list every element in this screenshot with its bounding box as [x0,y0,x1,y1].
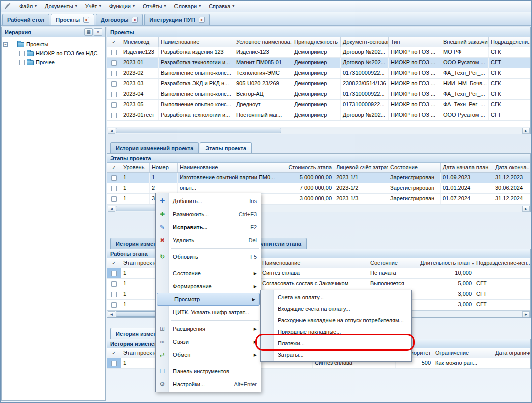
table-cell[interactable] [474,268,531,278]
scroll-right-icon[interactable]: ► [522,311,530,317]
table-cell[interactable]: 10,000 [418,268,474,278]
row-checkbox[interactable] [111,196,117,202]
menubar-item-2[interactable]: Учёт▾ [81,2,105,11]
table-cell[interactable]: Демопример [292,47,341,57]
table-cell[interactable]: Выполнение опытно-конс... [159,68,234,78]
table-cell[interactable]: 5,000 [418,279,474,289]
row-select-cell[interactable] [107,89,121,99]
context-menu-item-3[interactable]: ✖УдалитьDel [156,234,261,247]
table-cell[interactable]: Магнит ПМ085-01 [234,58,292,68]
table-cell[interactable] [493,358,531,368]
workspace-tab-1[interactable]: Проектыx [51,14,94,25]
table-cell[interactable]: 2023-04 [121,89,159,99]
row-select-cell[interactable] [107,47,121,57]
row-select-cell[interactable] [107,79,121,89]
scroll-right-icon[interactable]: ► [522,128,530,134]
table-cell[interactable]: 2023-1/1 [334,173,388,183]
table-cell[interactable]: 31.12.2024 [493,194,531,204]
table-cell[interactable]: НИОКР по ГОЗ ... [389,100,441,110]
table-cell[interactable]: Договор №202... [341,110,389,120]
table-cell[interactable]: СГТ [474,279,531,289]
table-cell[interactable]: 31.12.2023 [493,173,531,183]
column-header[interactable]: Тип [389,37,441,47]
workspace-tab-2[interactable]: Договорыx [96,14,143,25]
table-row[interactable]: 2023-01Разработка технологии и...Магнит … [107,58,530,68]
column-header[interactable]: Ограничение [433,348,493,358]
column-header[interactable]: Дата ограниче... [493,348,531,358]
table-cell[interactable]: 2023-1/2 [334,183,388,193]
table-cell[interactable]: 1 [121,183,150,193]
column-header[interactable]: Наименование [260,258,368,268]
menubar-item-5[interactable]: Словари▾ [170,2,205,11]
table-cell[interactable]: Как можно ран... [433,358,493,368]
table-cell[interactable]: Выполнение опытно-конс... [159,89,234,99]
column-header[interactable]: Состояние [368,258,418,268]
column-header[interactable]: Лицевой счёт затрат. [334,163,388,172]
table-cell[interactable]: Договор №202... [341,47,389,57]
table-cell[interactable]: Вектор-АЦ [234,89,292,99]
table-cell[interactable]: 2023-1/3 [334,194,388,204]
table-cell[interactable]: Дредноут [234,100,292,110]
row-select-cell[interactable] [107,100,121,110]
table-cell[interactable]: СГК [489,68,531,78]
table-cell[interactable]: 1 [121,173,150,183]
table-cell[interactable]: Выполнение опытно-конс... [159,100,234,110]
table-cell[interactable]: Разработка технологии и... [159,58,234,68]
table-cell[interactable]: опыт... [178,183,284,193]
table-cell[interactable]: 2023-02 [121,68,159,78]
find-icon[interactable]: ▦ [84,28,93,36]
table-row[interactable]: 11Изготовление опытной партии ПМ0...5 00… [107,173,530,183]
column-header[interactable]: Подразделение-исп... [474,258,531,268]
table-cell[interactable]: МО РФ [441,47,489,57]
table-cell[interactable]: ФА_Техн_Рег_... [441,100,489,110]
table-cell[interactable]: СГТ [489,58,531,68]
column-header[interactable]: Уровень [121,163,150,172]
row-select-cell[interactable] [107,58,121,68]
row-select-cell[interactable] [107,68,121,78]
context-menu-item-10[interactable]: ЦИТК. Указать шифр затрат... [156,306,261,319]
menubar-item-4[interactable]: Отчёты▾ [139,2,170,11]
column-header[interactable]: Принадлежность [292,37,341,47]
context-menu-item-0[interactable]: ✚Добавить...Ins [156,194,261,208]
table-cell[interactable]: 01.09.2023 [441,173,493,183]
table-row[interactable]: 2023-01тестРазработка технологии и...Пос… [107,110,530,121]
row-checkbox[interactable] [111,81,117,87]
row-select-cell[interactable] [107,289,121,299]
table-cell[interactable]: 2023-01 [121,58,159,68]
table-cell[interactable]: СГК [489,89,531,99]
scroll-left-icon[interactable]: ◄ [108,128,115,134]
row-checkbox[interactable] [111,186,117,191]
table-cell[interactable]: СГК [489,79,531,89]
table-cell[interactable]: Демопример [292,89,341,99]
row-select-cell[interactable] [107,358,121,368]
collapse-panel-icon[interactable]: « [94,28,102,36]
submenu-item-2[interactable]: Расходные накладные на отпуск потребител… [261,314,411,326]
row-checkbox[interactable] [111,271,117,276]
column-header[interactable]: Наименование [159,37,234,47]
table-cell[interactable]: ФА_Техн_Рег_... [441,89,489,99]
table-cell[interactable]: Демопример [292,110,341,120]
tree-checkbox[interactable] [19,60,25,65]
close-icon[interactable]: x [132,17,138,23]
row-checkbox[interactable] [111,60,117,66]
table-row[interactable]: 2023-05Выполнение опытно-конс...Дредноут… [107,100,530,110]
table-cell[interactable]: 2 [150,183,178,193]
table-cell[interactable]: 5 000 000,00 [284,173,334,183]
table-cell[interactable]: НИОКР по ГОЗ ... [389,110,441,120]
tree-checkbox[interactable] [19,51,25,56]
row-checkbox[interactable] [111,50,117,55]
table-cell[interactable]: НИОКР по ГОЗ ... [389,89,441,99]
tree-checkbox[interactable] [10,42,15,47]
column-header[interactable]: Номер [150,163,178,172]
table-cell[interactable]: Демопример [292,100,341,110]
table-cell[interactable]: ООО Русатом ... [441,110,489,120]
column-header[interactable]: Дата оконча... [493,163,531,172]
table-cell[interactable]: 230823/0514/136 [341,79,389,89]
row-select-cell[interactable] [107,268,121,278]
table-cell[interactable]: Договор №202... [341,58,389,68]
context-menu-item-13[interactable]: ∞Связи▶ [156,335,261,348]
workspace-tab-3[interactable]: Инструкции ПУПx [144,14,209,25]
table-cell[interactable]: 2023-03 [121,79,159,89]
menubar-item-6[interactable]: Справка▾ [205,2,238,11]
table-row[interactable]: Изделие123Разработка изделия 123Изделие-… [107,47,530,58]
